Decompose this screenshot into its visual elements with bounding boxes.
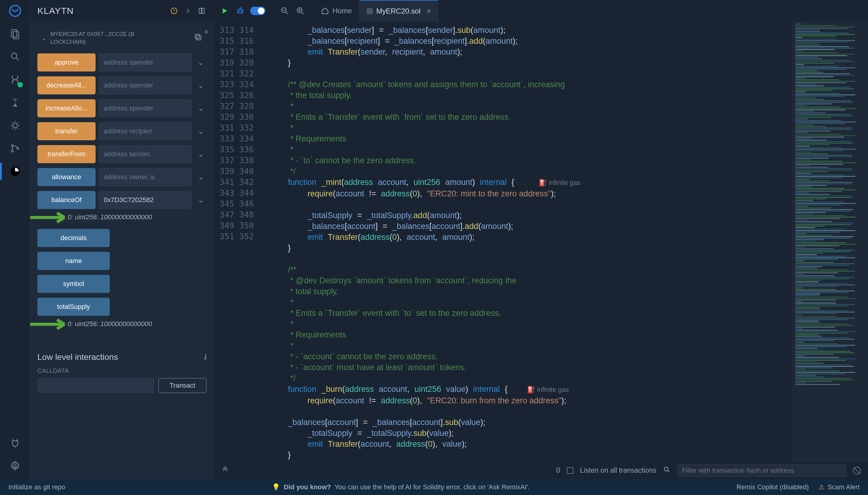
side-panel: KLAYTN ⌄ MYERC20 AT 0X957...2CC2E (BLOCK… [30,0,214,479]
name-button[interactable]: name [37,252,110,270]
dyk-label: Did you know? [284,483,331,491]
listen-checkbox[interactable] [567,467,573,474]
allowance-input[interactable] [99,168,192,186]
editor-toolbar: Home MyERC20.sol× [214,0,868,22]
chevron-down-icon[interactable]: ⌄ [195,122,207,140]
listen-label: Listen on all transactions [580,466,656,475]
bulb-icon: 💡 [272,483,280,491]
decimals-button[interactable]: decimals [37,229,110,247]
instance-title: MYERC20 AT 0X957...2CC2E (BLOCKCHAIN) [50,30,190,46]
warning-icon: ⚠ [818,483,825,491]
zoom-in-icon[interactable] [295,5,306,17]
symbol-button[interactable]: symbol [37,275,110,293]
search-icon[interactable] [8,50,22,64]
svg-rect-12 [202,8,205,13]
tip-text: You can use the help of AI for Solidity … [335,483,530,491]
svg-point-9 [14,465,16,467]
balance-of-input[interactable] [99,191,192,209]
allowance-button[interactable]: allowance [37,168,95,186]
chevron-down-icon[interactable]: ⌄ [195,145,207,163]
svg-rect-13 [197,36,201,40]
approve-button[interactable]: approve [37,53,95,71]
chevron-down-icon[interactable]: ⌄ [195,53,207,71]
svg-rect-11 [199,8,201,13]
expand-icon[interactable] [197,6,207,16]
chevron-down-icon[interactable]: ⌄ [41,34,47,41]
decrease-allowance-input[interactable] [99,76,192,95]
filter-input[interactable] [677,464,846,477]
deploy-run-icon[interactable] [8,164,22,178]
panel-header: KLAYTN [30,0,214,22]
play-icon[interactable] [219,5,230,17]
terminal-bar: 0 Listen on all transactions [214,461,868,479]
git-icon[interactable] [8,141,22,156]
file-explorer-icon[interactable] [8,27,22,41]
approve-input[interactable] [99,53,192,71]
arrow-annotation-icon [30,318,76,330]
line-gutter: 313 314 315 316 317 318 319 320 321 322 … [214,22,262,461]
code-editor[interactable]: _balances[sender] = _balances[sender].su… [262,22,793,461]
svg-rect-2 [13,32,19,39]
tab-file[interactable]: MyERC20.sol× [359,0,438,21]
minimap[interactable] [793,22,868,461]
settings-icon[interactable] [8,459,22,473]
transact-button[interactable]: Transact [158,378,207,393]
svg-rect-1 [12,30,17,37]
status-bar: Initialize as git repo 💡 Did you know? Y… [0,479,868,495]
calldata-input[interactable] [37,378,154,393]
toggle-switch[interactable] [250,7,265,15]
increase-allowance-button[interactable]: increaseAllo... [37,99,95,117]
activity-bar [0,0,30,479]
warning-icon[interactable] [169,6,179,16]
svg-point-3 [12,53,17,58]
solidity-file-icon [367,8,373,14]
git-init-button[interactable]: Initialize as git repo [8,483,65,491]
low-level-section: Low level interactionsi CALLDATA Transac… [37,344,207,393]
low-level-title: Low level interactions [37,352,118,362]
transfer-from-input[interactable] [99,145,192,163]
calldata-label: CALLDATA [37,368,207,374]
transfer-from-button[interactable]: transferFrom [37,145,95,163]
robot-icon[interactable] [234,5,246,17]
chevron-up-icon[interactable] [221,466,229,475]
arrow-annotation-icon [30,211,76,223]
chevron-down-icon[interactable]: ⌄ [195,99,207,117]
contract-instance: ⌄ MYERC20 AT 0X957...2CC2E (BLOCKCHAIN) … [37,27,207,393]
zoom-out-icon[interactable] [279,5,290,17]
remix-logo-icon[interactable] [8,4,22,18]
increase-allowance-input[interactable] [99,99,192,117]
panel-title: KLAYTN [37,6,74,16]
total-supply-button[interactable]: totalSupply [37,298,110,316]
transfer-button[interactable]: transfer [37,122,95,140]
svg-point-20 [664,467,668,471]
close-icon[interactable]: × [204,28,208,36]
decrease-allowance-button[interactable]: decreaseAll... [37,76,95,95]
debugger-icon[interactable] [8,118,22,133]
close-tab-icon[interactable]: × [427,7,431,15]
svg-point-16 [239,11,240,12]
scam-alert-button[interactable]: Scam Alert [828,483,860,491]
editor-area: Home MyERC20.sol× 313 314 315 316 317 31… [214,0,868,479]
plugin-manager-icon[interactable] [8,436,22,450]
compiler-icon[interactable] [8,72,22,87]
info-icon[interactable]: i [205,353,207,362]
clear-icon[interactable] [853,467,861,475]
tab-home[interactable]: Home [314,0,359,21]
transfer-input[interactable] [99,122,192,140]
svg-point-6 [12,150,13,152]
search-icon[interactable] [663,466,671,475]
copilot-status[interactable]: Remix Copilot (disabled) [737,483,809,491]
chevron-down-icon[interactable]: ⌄ [195,168,207,186]
solidity-icon[interactable] [8,95,22,110]
status-dot-icon [17,82,23,87]
svg-point-4 [13,123,17,128]
svg-point-5 [12,145,13,147]
chevron-down-icon[interactable]: ⌄ [195,191,207,209]
chevron-right-icon[interactable] [183,6,193,16]
chevron-down-icon[interactable]: ⌄ [195,76,207,95]
svg-point-17 [241,11,242,12]
copy-icon[interactable] [194,33,202,43]
svg-rect-14 [195,34,199,38]
balance-of-button[interactable]: balanceOf [37,191,95,209]
tx-count: 0 [556,466,560,475]
